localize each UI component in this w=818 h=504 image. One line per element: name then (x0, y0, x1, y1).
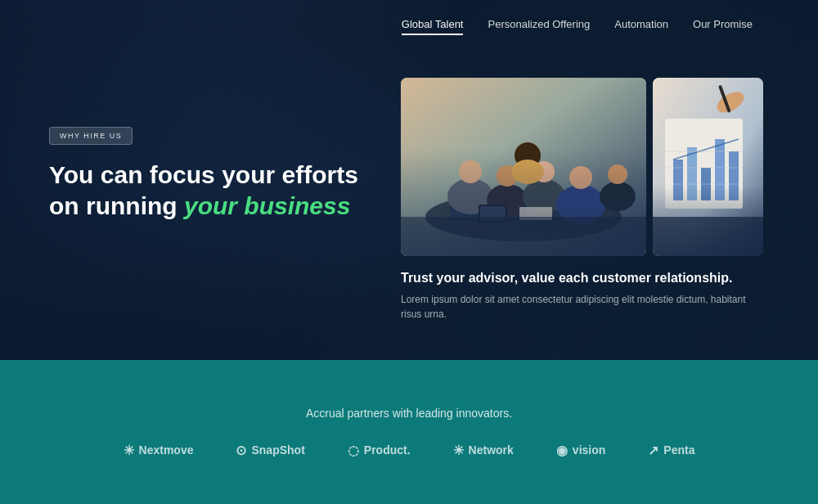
svg-point-14 (515, 142, 541, 169)
penta-icon: ↗ (648, 443, 658, 458)
hero-highlight: your business (184, 192, 350, 219)
partner-nextmove[interactable]: ✳ Nextmove (124, 443, 194, 458)
product-label: Product. (364, 443, 411, 457)
penta-label: Penta (663, 443, 694, 457)
caption-text: Lorem ipsum dolor sit amet consectetur a… (401, 292, 769, 322)
svg-point-7 (497, 165, 518, 187)
partner-product[interactable]: ◌ Product. (348, 443, 411, 458)
svg-rect-1 (401, 78, 646, 256)
navigation: Global Talent Personalized Offering Auto… (0, 0, 818, 35)
nextmove-icon: ✳ (124, 443, 134, 458)
snapshot-icon: ⊙ (236, 443, 246, 458)
partner-penta[interactable]: ↗ Penta (648, 443, 694, 458)
partner-vision[interactable]: ◉ vision (556, 443, 605, 458)
vision-label: vision (573, 443, 605, 457)
svg-rect-22 (673, 160, 683, 200)
chart-scene (653, 78, 763, 256)
chart-image (653, 78, 763, 256)
hero-section: Global Talent Personalized Offering Auto… (0, 0, 818, 360)
svg-rect-19 (401, 217, 646, 256)
nav-our-promise[interactable]: Our Promise (693, 18, 753, 35)
vision-icon: ◉ (556, 443, 568, 458)
partners-logos: ✳ Nextmove ⊙ SnapShot ◌ Product. ✳ Netwo… (124, 443, 695, 458)
svg-rect-25 (715, 139, 725, 200)
hero-content-left: WHY HIRE US You can focus your efforts o… (49, 127, 358, 221)
svg-rect-33 (653, 217, 763, 256)
nextmove-label: Nextmove (139, 443, 194, 457)
svg-point-5 (459, 160, 482, 183)
svg-point-2 (425, 192, 622, 241)
svg-point-8 (523, 179, 565, 214)
why-hire-us-badge: WHY HIRE US (49, 127, 133, 145)
svg-point-13 (608, 164, 627, 184)
meeting-scene (401, 78, 646, 256)
caption-title: Trust your advisor, value each customer … (401, 271, 769, 286)
svg-rect-3 (450, 205, 597, 221)
hero-title: You can focus your efforts on running yo… (49, 160, 358, 221)
hero-images (401, 78, 769, 256)
svg-point-9 (533, 161, 555, 182)
svg-point-15 (511, 160, 544, 184)
svg-point-6 (487, 184, 528, 217)
svg-rect-26 (729, 151, 739, 200)
product-icon: ◌ (348, 443, 359, 458)
meeting-image (401, 78, 646, 256)
svg-point-4 (447, 178, 493, 214)
svg-rect-18 (519, 207, 552, 220)
nav-personalized-offering[interactable]: Personalized Offering (488, 18, 590, 35)
partners-tagline: Accrual partners with leading innovators… (306, 407, 512, 420)
svg-rect-24 (701, 168, 711, 200)
svg-rect-16 (479, 205, 507, 223)
network-label: Network (469, 443, 514, 457)
hero-content-right: Trust your advisor, value each customer … (401, 78, 769, 322)
partner-network[interactable]: ✳ Network (453, 443, 514, 458)
nav-automation[interactable]: Automation (614, 18, 668, 35)
network-icon: ✳ (453, 443, 464, 458)
svg-point-12 (600, 182, 636, 211)
svg-rect-17 (480, 206, 506, 221)
svg-point-10 (556, 185, 605, 224)
svg-point-11 (569, 166, 592, 189)
snapshot-label: SnapShot (251, 443, 304, 457)
partner-snapshot[interactable]: ⊙ SnapShot (236, 443, 304, 458)
nav-global-talent[interactable]: Global Talent (402, 18, 464, 35)
partners-section: Accrual partners with leading innovators… (0, 360, 818, 504)
